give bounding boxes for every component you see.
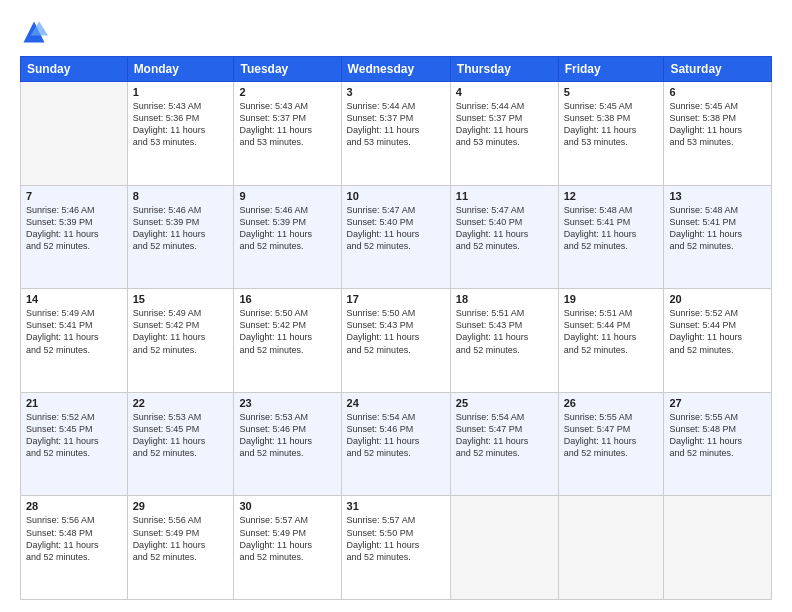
calendar-week-row: 28Sunrise: 5:56 AM Sunset: 5:48 PM Dayli… <box>21 496 772 600</box>
day-info: Sunrise: 5:48 AM Sunset: 5:41 PM Dayligh… <box>669 204 766 253</box>
calendar-day-cell: 9Sunrise: 5:46 AM Sunset: 5:39 PM Daylig… <box>234 185 341 289</box>
calendar-day-cell: 20Sunrise: 5:52 AM Sunset: 5:44 PM Dayli… <box>664 289 772 393</box>
day-number: 3 <box>347 86 445 98</box>
weekday-header: Sunday <box>21 57 128 82</box>
calendar-day-cell: 31Sunrise: 5:57 AM Sunset: 5:50 PM Dayli… <box>341 496 450 600</box>
calendar-day-cell: 21Sunrise: 5:52 AM Sunset: 5:45 PM Dayli… <box>21 392 128 496</box>
day-info: Sunrise: 5:45 AM Sunset: 5:38 PM Dayligh… <box>669 100 766 149</box>
calendar-week-row: 21Sunrise: 5:52 AM Sunset: 5:45 PM Dayli… <box>21 392 772 496</box>
day-number: 17 <box>347 293 445 305</box>
calendar-day-cell: 10Sunrise: 5:47 AM Sunset: 5:40 PM Dayli… <box>341 185 450 289</box>
day-number: 5 <box>564 86 659 98</box>
day-number: 25 <box>456 397 553 409</box>
day-number: 6 <box>669 86 766 98</box>
calendar-day-cell: 6Sunrise: 5:45 AM Sunset: 5:38 PM Daylig… <box>664 82 772 186</box>
calendar-table: SundayMondayTuesdayWednesdayThursdayFrid… <box>20 56 772 600</box>
day-number: 13 <box>669 190 766 202</box>
day-info: Sunrise: 5:47 AM Sunset: 5:40 PM Dayligh… <box>456 204 553 253</box>
day-info: Sunrise: 5:51 AM Sunset: 5:43 PM Dayligh… <box>456 307 553 356</box>
calendar-day-cell: 8Sunrise: 5:46 AM Sunset: 5:39 PM Daylig… <box>127 185 234 289</box>
day-number: 9 <box>239 190 335 202</box>
calendar-day-cell: 2Sunrise: 5:43 AM Sunset: 5:37 PM Daylig… <box>234 82 341 186</box>
day-number: 20 <box>669 293 766 305</box>
day-number: 4 <box>456 86 553 98</box>
day-info: Sunrise: 5:49 AM Sunset: 5:41 PM Dayligh… <box>26 307 122 356</box>
calendar-day-cell: 22Sunrise: 5:53 AM Sunset: 5:45 PM Dayli… <box>127 392 234 496</box>
day-info: Sunrise: 5:46 AM Sunset: 5:39 PM Dayligh… <box>239 204 335 253</box>
calendar-header-row: SundayMondayTuesdayWednesdayThursdayFrid… <box>21 57 772 82</box>
day-info: Sunrise: 5:43 AM Sunset: 5:36 PM Dayligh… <box>133 100 229 149</box>
day-number: 26 <box>564 397 659 409</box>
calendar-day-cell: 4Sunrise: 5:44 AM Sunset: 5:37 PM Daylig… <box>450 82 558 186</box>
day-info: Sunrise: 5:50 AM Sunset: 5:42 PM Dayligh… <box>239 307 335 356</box>
day-info: Sunrise: 5:46 AM Sunset: 5:39 PM Dayligh… <box>133 204 229 253</box>
calendar-day-cell: 27Sunrise: 5:55 AM Sunset: 5:48 PM Dayli… <box>664 392 772 496</box>
day-info: Sunrise: 5:46 AM Sunset: 5:39 PM Dayligh… <box>26 204 122 253</box>
weekday-header: Wednesday <box>341 57 450 82</box>
day-info: Sunrise: 5:49 AM Sunset: 5:42 PM Dayligh… <box>133 307 229 356</box>
calendar-day-cell <box>664 496 772 600</box>
calendar-day-cell <box>21 82 128 186</box>
day-number: 15 <box>133 293 229 305</box>
calendar-day-cell: 17Sunrise: 5:50 AM Sunset: 5:43 PM Dayli… <box>341 289 450 393</box>
day-info: Sunrise: 5:52 AM Sunset: 5:44 PM Dayligh… <box>669 307 766 356</box>
day-number: 24 <box>347 397 445 409</box>
day-number: 19 <box>564 293 659 305</box>
calendar-day-cell: 3Sunrise: 5:44 AM Sunset: 5:37 PM Daylig… <box>341 82 450 186</box>
calendar-day-cell: 12Sunrise: 5:48 AM Sunset: 5:41 PM Dayli… <box>558 185 664 289</box>
day-number: 16 <box>239 293 335 305</box>
calendar-day-cell: 28Sunrise: 5:56 AM Sunset: 5:48 PM Dayli… <box>21 496 128 600</box>
day-info: Sunrise: 5:54 AM Sunset: 5:47 PM Dayligh… <box>456 411 553 460</box>
day-number: 28 <box>26 500 122 512</box>
day-number: 27 <box>669 397 766 409</box>
calendar-week-row: 1Sunrise: 5:43 AM Sunset: 5:36 PM Daylig… <box>21 82 772 186</box>
weekday-header: Monday <box>127 57 234 82</box>
day-number: 31 <box>347 500 445 512</box>
calendar-day-cell <box>450 496 558 600</box>
day-info: Sunrise: 5:52 AM Sunset: 5:45 PM Dayligh… <box>26 411 122 460</box>
day-info: Sunrise: 5:55 AM Sunset: 5:47 PM Dayligh… <box>564 411 659 460</box>
day-info: Sunrise: 5:48 AM Sunset: 5:41 PM Dayligh… <box>564 204 659 253</box>
header <box>20 18 772 46</box>
day-info: Sunrise: 5:53 AM Sunset: 5:45 PM Dayligh… <box>133 411 229 460</box>
day-number: 8 <box>133 190 229 202</box>
calendar-day-cell: 25Sunrise: 5:54 AM Sunset: 5:47 PM Dayli… <box>450 392 558 496</box>
day-number: 14 <box>26 293 122 305</box>
weekday-header: Thursday <box>450 57 558 82</box>
day-number: 21 <box>26 397 122 409</box>
day-number: 29 <box>133 500 229 512</box>
day-number: 1 <box>133 86 229 98</box>
day-number: 18 <box>456 293 553 305</box>
day-info: Sunrise: 5:54 AM Sunset: 5:46 PM Dayligh… <box>347 411 445 460</box>
calendar-day-cell: 11Sunrise: 5:47 AM Sunset: 5:40 PM Dayli… <box>450 185 558 289</box>
day-info: Sunrise: 5:51 AM Sunset: 5:44 PM Dayligh… <box>564 307 659 356</box>
day-number: 10 <box>347 190 445 202</box>
weekday-header: Saturday <box>664 57 772 82</box>
day-number: 30 <box>239 500 335 512</box>
day-number: 2 <box>239 86 335 98</box>
calendar-day-cell: 18Sunrise: 5:51 AM Sunset: 5:43 PM Dayli… <box>450 289 558 393</box>
day-info: Sunrise: 5:57 AM Sunset: 5:50 PM Dayligh… <box>347 514 445 563</box>
calendar-day-cell: 1Sunrise: 5:43 AM Sunset: 5:36 PM Daylig… <box>127 82 234 186</box>
day-info: Sunrise: 5:55 AM Sunset: 5:48 PM Dayligh… <box>669 411 766 460</box>
day-info: Sunrise: 5:53 AM Sunset: 5:46 PM Dayligh… <box>239 411 335 460</box>
day-info: Sunrise: 5:47 AM Sunset: 5:40 PM Dayligh… <box>347 204 445 253</box>
weekday-header: Tuesday <box>234 57 341 82</box>
day-info: Sunrise: 5:56 AM Sunset: 5:49 PM Dayligh… <box>133 514 229 563</box>
day-info: Sunrise: 5:43 AM Sunset: 5:37 PM Dayligh… <box>239 100 335 149</box>
calendar-week-row: 14Sunrise: 5:49 AM Sunset: 5:41 PM Dayli… <box>21 289 772 393</box>
day-number: 12 <box>564 190 659 202</box>
day-number: 22 <box>133 397 229 409</box>
calendar-week-row: 7Sunrise: 5:46 AM Sunset: 5:39 PM Daylig… <box>21 185 772 289</box>
day-info: Sunrise: 5:50 AM Sunset: 5:43 PM Dayligh… <box>347 307 445 356</box>
calendar-day-cell: 13Sunrise: 5:48 AM Sunset: 5:41 PM Dayli… <box>664 185 772 289</box>
logo-icon <box>20 18 48 46</box>
calendar-day-cell: 19Sunrise: 5:51 AM Sunset: 5:44 PM Dayli… <box>558 289 664 393</box>
day-info: Sunrise: 5:44 AM Sunset: 5:37 PM Dayligh… <box>456 100 553 149</box>
day-info: Sunrise: 5:45 AM Sunset: 5:38 PM Dayligh… <box>564 100 659 149</box>
day-info: Sunrise: 5:44 AM Sunset: 5:37 PM Dayligh… <box>347 100 445 149</box>
calendar-day-cell: 29Sunrise: 5:56 AM Sunset: 5:49 PM Dayli… <box>127 496 234 600</box>
calendar-day-cell: 15Sunrise: 5:49 AM Sunset: 5:42 PM Dayli… <box>127 289 234 393</box>
weekday-header: Friday <box>558 57 664 82</box>
day-info: Sunrise: 5:57 AM Sunset: 5:49 PM Dayligh… <box>239 514 335 563</box>
